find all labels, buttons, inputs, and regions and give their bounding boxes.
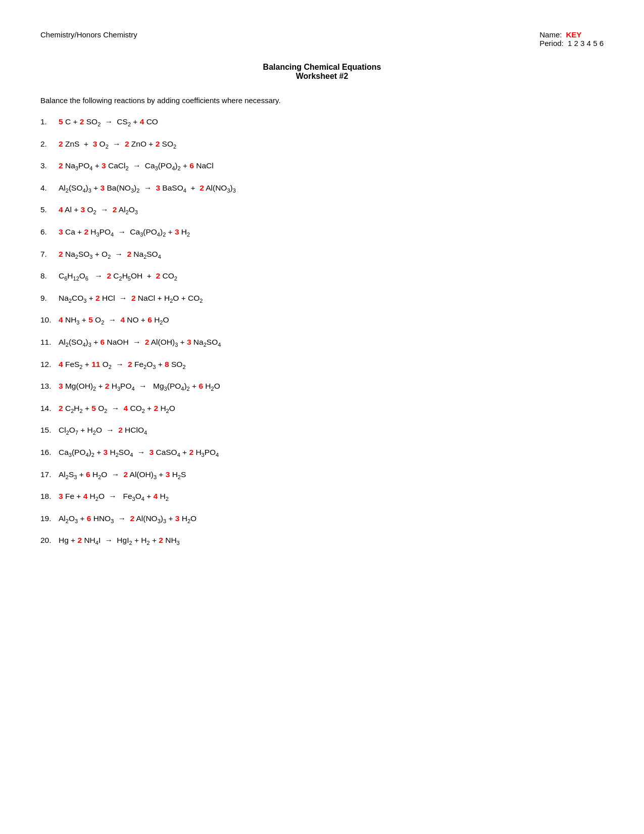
- equation-row-17: 17.Al2S3 + 6 H2O → 2 Al(OH)3 + 3 H2S: [40, 469, 604, 482]
- eq-number-2: 2.: [40, 138, 59, 150]
- course-label: Chemistry/Honors Chemistry: [40, 30, 137, 39]
- equation-row-16: 16.Ca3(PO4)2 + 3 H2SO4 → 3 CaSO4 + 2 H3P…: [40, 446, 604, 459]
- eq-content-11: Al2(SO4)3 + 6 NaOH → 2 Al(OH)3 + 3 Na2SO…: [59, 336, 221, 349]
- eq-number-4: 4.: [40, 182, 59, 194]
- eq-number-7: 7.: [40, 248, 59, 260]
- eq-number-1: 1.: [40, 116, 59, 127]
- eq-content-17: Al2S3 + 6 H2O → 2 Al(OH)3 + 3 H2S: [59, 469, 186, 482]
- equation-row-20: 20.Hg + 2 NH4I → HgI2 + H2 + 2 NH3: [40, 534, 604, 547]
- eq-content-18: 3 Fe + 4 H2O → Fe3O4 + 4 H2: [59, 490, 169, 503]
- eq-content-6: 3 Ca + 2 H3PO4 → Ca3(PO4)2 + 3 H2: [59, 226, 190, 239]
- eq-number-13: 13.: [40, 380, 59, 392]
- eq-content-15: Cl2O7 + H2O → 2 HClO4: [59, 424, 147, 437]
- name-label: Name:: [539, 30, 562, 39]
- equation-row-10: 10.4 NH3 + 5 O2 → 4 NO + 6 H2O: [40, 314, 604, 327]
- equation-row-14: 14.2 C2H2 + 5 O2 → 4 CO2 + 2 H2O: [40, 402, 604, 415]
- eq-content-3: 2 Na3PO4 + 3 CaCl2 → Ca3(PO4)2 + 6 NaCl: [59, 160, 214, 173]
- eq-content-19: Al2O3 + 6 HNO3 → 2 Al(NO3)3 + 3 H2O: [59, 513, 196, 526]
- eq-number-11: 11.: [40, 336, 59, 348]
- equation-row-3: 3.2 Na3PO4 + 3 CaCl2 → Ca3(PO4)2 + 6 NaC…: [40, 160, 604, 173]
- eq-content-20: Hg + 2 NH4I → HgI2 + H2 + 2 NH3: [59, 534, 180, 547]
- equation-row-1: 1.5 C + 2 SO2 → CS2 + 4 CO: [40, 116, 604, 129]
- equations-list: 1.5 C + 2 SO2 → CS2 + 4 CO2.2 ZnS + 3 O2…: [40, 116, 604, 547]
- eq-number-12: 12.: [40, 358, 59, 370]
- equation-row-9: 9.Na2CO3 + 2 HCl → 2 NaCl + H2O + CO2: [40, 292, 604, 305]
- equation-row-18: 18.3 Fe + 4 H2O → Fe3O4 + 4 H2: [40, 490, 604, 503]
- eq-number-15: 15.: [40, 424, 59, 436]
- eq-content-5: 4 Al + 3 O2 → 2 Al2O3: [59, 204, 138, 217]
- eq-content-14: 2 C2H2 + 5 O2 → 4 CO2 + 2 H2O: [59, 402, 175, 415]
- eq-content-16: Ca3(PO4)2 + 3 H2SO4 → 3 CaSO4 + 2 H3PO4: [59, 446, 219, 459]
- title-block: Balancing Chemical Equations Worksheet #…: [40, 63, 604, 81]
- eq-content-13: 3 Mg(OH)2 + 2 H3PO4 → Mg3(PO4)2 + 6 H2O: [59, 380, 220, 393]
- eq-content-1: 5 C + 2 SO2 → CS2 + 4 CO: [59, 116, 158, 129]
- header: Chemistry/Honors Chemistry Name: KEY Per…: [40, 30, 604, 48]
- equation-row-5: 5.4 Al + 3 O2 → 2 Al2O3: [40, 204, 604, 217]
- equation-row-11: 11.Al2(SO4)3 + 6 NaOH → 2 Al(OH)3 + 3 Na…: [40, 336, 604, 349]
- name-line: Name: KEY: [539, 30, 604, 39]
- eq-number-20: 20.: [40, 534, 59, 546]
- equation-row-15: 15.Cl2O7 + H2O → 2 HClO4: [40, 424, 604, 437]
- equation-row-12: 12.4 FeS2 + 11 O2 → 2 Fe2O3 + 8 SO2: [40, 358, 604, 372]
- eq-content-2: 2 ZnS + 3 O2 → 2 ZnO + 2 SO2: [59, 138, 176, 151]
- eq-number-3: 3.: [40, 160, 59, 171]
- title-line2: Worksheet #2: [40, 72, 604, 81]
- equation-row-4: 4.Al2(SO4)3 + 3 Ba(NO3)2 → 3 BaSO4 + 2 A…: [40, 182, 604, 195]
- equation-row-2: 2.2 ZnS + 3 O2 → 2 ZnO + 2 SO2: [40, 138, 604, 151]
- equation-row-7: 7.2 Na2SO3 + O2 → 2 Na2SO4: [40, 248, 604, 261]
- eq-number-5: 5.: [40, 204, 59, 215]
- eq-content-7: 2 Na2SO3 + O2 → 2 Na2SO4: [59, 248, 161, 261]
- eq-content-12: 4 FeS2 + 11 O2 → 2 Fe2O3 + 8 SO2: [59, 358, 186, 372]
- eq-number-9: 9.: [40, 292, 59, 304]
- eq-content-8: C6H12O6 → 2 C2H5OH + 2 CO2: [59, 270, 177, 283]
- equation-row-6: 6.3 Ca + 2 H3PO4 → Ca3(PO4)2 + 3 H2: [40, 226, 604, 239]
- period-value: 1 2 3 4 5 6: [566, 39, 604, 48]
- eq-number-8: 8.: [40, 270, 59, 282]
- equation-row-19: 19.Al2O3 + 6 HNO3 → 2 Al(NO3)3 + 3 H2O: [40, 513, 604, 526]
- name-period-block: Name: KEY Period: 1 2 3 4 5 6: [539, 30, 604, 48]
- title-line1: Balancing Chemical Equations: [40, 63, 604, 72]
- equation-row-8: 8.C6H12O6 → 2 C2H5OH + 2 CO2: [40, 270, 604, 283]
- period-label: Period:: [539, 39, 564, 48]
- eq-number-18: 18.: [40, 490, 59, 502]
- eq-content-9: Na2CO3 + 2 HCl → 2 NaCl + H2O + CO2: [59, 292, 203, 305]
- eq-number-19: 19.: [40, 513, 59, 524]
- eq-number-16: 16.: [40, 446, 59, 458]
- eq-number-17: 17.: [40, 469, 59, 480]
- eq-number-10: 10.: [40, 314, 59, 326]
- eq-number-14: 14.: [40, 402, 59, 414]
- name-value: KEY: [566, 30, 581, 39]
- eq-content-10: 4 NH3 + 5 O2 → 4 NO + 6 H2O: [59, 314, 169, 327]
- eq-content-4: Al2(SO4)3 + 3 Ba(NO3)2 → 3 BaSO4 + 2 Al(…: [59, 182, 236, 195]
- period-line: Period: 1 2 3 4 5 6: [539, 39, 604, 48]
- eq-number-6: 6.: [40, 226, 59, 238]
- instructions: Balance the following reactions by addin…: [40, 96, 604, 105]
- equation-row-13: 13.3 Mg(OH)2 + 2 H3PO4 → Mg3(PO4)2 + 6 H…: [40, 380, 604, 393]
